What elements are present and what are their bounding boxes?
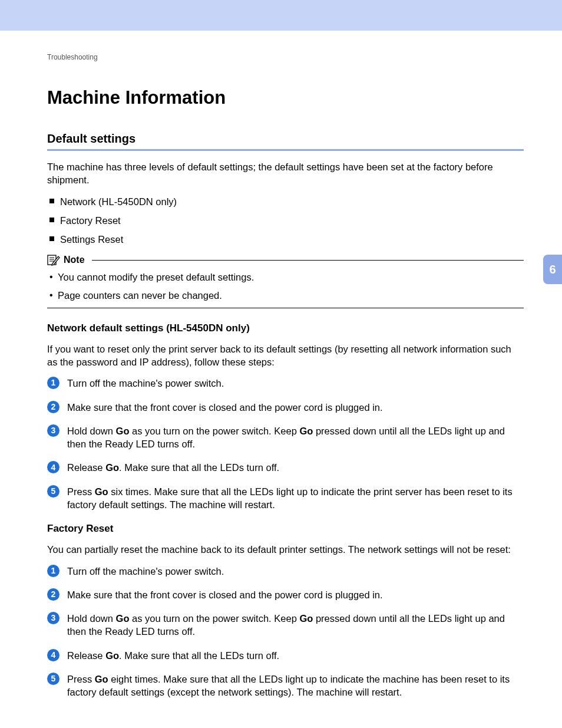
step-item: 4Release Go. Make sure that all the LEDs…	[47, 649, 524, 662]
chapter-tab: 6	[543, 255, 562, 284]
step-text: Press Go eight times. Make sure that all…	[67, 674, 510, 697]
step-number-icon: 2	[47, 588, 59, 601]
step-item: 3Hold down Go as you turn on the power s…	[47, 612, 524, 638]
page-title: Machine Information	[47, 87, 524, 108]
pencil-note-icon	[47, 254, 60, 266]
subsection-heading-network: Network default settings (HL-5450DN only…	[47, 322, 524, 334]
note-bottom-rule	[47, 308, 524, 308]
step-number-icon: 5	[47, 673, 59, 685]
step-item: 5Press Go six times. Make sure that all …	[47, 485, 524, 512]
breadcrumb: Troubleshooting	[47, 53, 524, 61]
step-text: Turn off the machine's power switch.	[67, 566, 224, 577]
section-heading-default-settings: Default settings	[47, 132, 524, 146]
step-item: 5Press Go eight times. Make sure that al…	[47, 673, 524, 699]
network-reset-steps: 1Turn off the machine's power switch. 2M…	[47, 377, 524, 511]
factory-reset-steps: 1Turn off the machine's power switch. 2M…	[47, 565, 524, 699]
step-text: Release Go. Make sure that all the LEDs …	[67, 462, 279, 473]
step-item: 1Turn off the machine's power switch.	[47, 377, 524, 390]
heading-rule	[47, 149, 524, 151]
list-item: Network (HL-5450DN only)	[47, 195, 524, 208]
step-text: Hold down Go as you turn on the power sw…	[67, 613, 505, 637]
note-item: Page counters can never be changed.	[47, 289, 524, 302]
step-number-icon: 3	[47, 424, 59, 437]
step-number-icon: 4	[47, 649, 59, 661]
note-block: Note You cannot modify the preset defaul…	[47, 254, 524, 308]
step-item: 3Hold down Go as you turn on the power s…	[47, 424, 524, 451]
step-number-icon: 2	[47, 401, 59, 413]
note-items: You cannot modify the preset default set…	[47, 271, 524, 302]
step-text: Hold down Go as you turn on the power sw…	[67, 426, 505, 449]
top-bar	[0, 0, 562, 31]
settings-levels-list: Network (HL-5450DN only) Factory Reset S…	[47, 195, 524, 246]
section-intro: The machine has three levels of default …	[47, 160, 524, 187]
step-number-icon: 5	[47, 485, 59, 498]
step-item: 2Make sure that the front cover is close…	[47, 401, 524, 414]
step-item: 2Make sure that the front cover is close…	[47, 588, 524, 601]
subsection-heading-factory: Factory Reset	[47, 523, 524, 535]
note-item: You cannot modify the preset default set…	[47, 271, 524, 284]
note-label: Note	[64, 255, 85, 265]
step-text: Make sure that the front cover is closed…	[67, 402, 383, 413]
step-text: Turn off the machine's power switch.	[67, 378, 224, 388]
note-rule	[92, 260, 524, 261]
step-item: 1Turn off the machine's power switch.	[47, 565, 524, 578]
step-text: Press Go six times. Make sure that all t…	[67, 486, 513, 510]
list-item: Factory Reset	[47, 214, 524, 227]
step-text: Make sure that the front cover is closed…	[67, 589, 383, 600]
step-number-icon: 4	[47, 461, 59, 473]
step-number-icon: 1	[47, 377, 59, 389]
step-number-icon: 3	[47, 612, 59, 624]
subsection-intro: You can partially reset the machine back…	[47, 543, 524, 556]
step-text: Release Go. Make sure that all the LEDs …	[67, 650, 279, 661]
subsection-intro: If you want to reset only the print serv…	[47, 342, 524, 369]
step-item: 4Release Go. Make sure that all the LEDs…	[47, 461, 524, 474]
page-content: Troubleshooting Machine Information Defa…	[0, 31, 562, 699]
list-item: Settings Reset	[47, 233, 524, 246]
step-number-icon: 1	[47, 565, 59, 577]
